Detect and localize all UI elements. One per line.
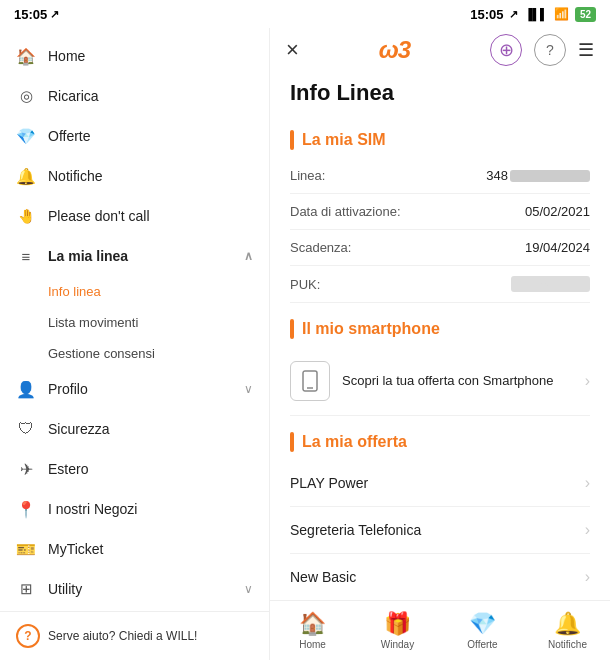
signal-icon: ▐▌▌: [524, 8, 547, 20]
info-row-puk: PUK: ••••••••: [290, 266, 590, 303]
bottom-home-label: Home: [299, 639, 326, 650]
ricarica-icon: ◎: [16, 86, 36, 106]
sub-label-gestione-consensi: Gestione consensi: [48, 346, 155, 361]
chevron-down-utility-icon: ∨: [244, 582, 253, 596]
bottom-nav-notifiche[interactable]: 🔔 Notifiche: [525, 611, 610, 650]
help-text: Serve aiuto? Chiedi a WILL!: [48, 629, 197, 643]
battery-icon: 52: [575, 7, 596, 22]
offer-item-new-basic[interactable]: New Basic ›: [290, 554, 590, 600]
sidebar-item-la-mia-linea[interactable]: ≡ La mia linea ∧: [0, 236, 269, 276]
bottom-notifiche-icon: 🔔: [554, 611, 581, 637]
sidebar-label-myticket: MyTicket: [48, 541, 253, 557]
sidebar-item-home[interactable]: 🏠 Home: [0, 36, 269, 76]
notifiche-icon: 🔔: [16, 166, 36, 186]
location-icon-right: ↗: [509, 8, 518, 21]
nav-list: 🏠 Home ◎ Ricarica 💎 Offerte 🔔 Notifiche …: [0, 28, 269, 611]
sidebar-item-sicurezza[interactable]: 🛡 Sicurezza: [0, 409, 269, 449]
bottom-nav-home[interactable]: 🏠 Home: [270, 611, 355, 650]
offer-label-play-power: PLAY Power: [290, 475, 368, 491]
smartphone-card-text: Scopri la tua offerta con Smartphone: [342, 372, 554, 390]
myticket-icon: 🎫: [16, 539, 36, 559]
home-icon: 🏠: [16, 46, 36, 66]
bottom-home-icon: 🏠: [299, 611, 326, 637]
sidebar-item-please-dont-call[interactable]: 🤚 Please don't call: [0, 196, 269, 236]
smartphone-section-header: Il mio smartphone: [290, 319, 590, 339]
sub-label-lista-movimenti: Lista movimenti: [48, 315, 138, 330]
offer-chevron-play-power-icon: ›: [585, 474, 590, 492]
sidebar: 🏠 Home ◎ Ricarica 💎 Offerte 🔔 Notifiche …: [0, 0, 270, 660]
app-logo: ω3: [379, 36, 410, 64]
sidebar-item-negozi[interactable]: 📍 I nostri Negozi: [0, 489, 269, 529]
help-question-icon: ?: [16, 624, 40, 648]
bottom-offerte-label: Offerte: [467, 639, 497, 650]
sub-label-info-linea: Info linea: [48, 284, 101, 299]
sidebar-item-profilo[interactable]: 👤 Profilo ∨: [0, 369, 269, 409]
sidebar-item-offerte[interactable]: 💎 Offerte: [0, 116, 269, 156]
profilo-icon: 👤: [16, 379, 36, 399]
hamburger-menu-button[interactable]: ☰: [578, 39, 594, 61]
attivazione-value: 05/02/2021: [525, 204, 590, 219]
bottom-nav-offerte[interactable]: 💎 Offerte: [440, 611, 525, 650]
section-bar-smartphone: [290, 319, 294, 339]
offer-chevron-new-basic-icon: ›: [585, 568, 590, 586]
sidebar-label-profilo: Profilo: [48, 381, 232, 397]
sicurezza-icon: 🛡: [16, 419, 36, 439]
bottom-winday-label: Winday: [381, 639, 414, 650]
location-icon-left: ↗: [50, 8, 59, 21]
info-row-linea: Linea: 348————: [290, 158, 590, 194]
puk-label: PUK:: [290, 277, 320, 292]
chevron-up-icon: ∧: [244, 249, 253, 263]
sidebar-label-offerte: Offerte: [48, 128, 253, 144]
help-bar[interactable]: ? Serve aiuto? Chiedi a WILL!: [0, 611, 269, 660]
sidebar-label-home: Home: [48, 48, 253, 64]
smartphone-chevron-icon: ›: [585, 372, 590, 390]
account-icon-button[interactable]: ⊕: [490, 34, 522, 66]
scadenza-label: Scadenza:: [290, 240, 351, 255]
sidebar-label-utility: Utility: [48, 581, 232, 597]
sidebar-label-notifiche: Notifiche: [48, 168, 253, 184]
smartphone-card[interactable]: Scopri la tua offerta con Smartphone ›: [290, 347, 590, 416]
sidebar-item-notifiche[interactable]: 🔔 Notifiche: [0, 156, 269, 196]
bottom-nav: 🏠 Home 🎁 Winday 💎 Offerte 🔔 Notifiche: [270, 600, 610, 660]
offerte-icon: 💎: [16, 126, 36, 146]
chevron-down-profilo-icon: ∨: [244, 382, 253, 396]
offer-label-new-basic: New Basic: [290, 569, 356, 585]
sidebar-label-la-mia-linea: La mia linea: [48, 248, 232, 264]
sidebar-item-ricarica[interactable]: ◎ Ricarica: [0, 76, 269, 116]
utility-icon: ⊞: [16, 579, 36, 599]
bottom-nav-winday[interactable]: 🎁 Winday: [355, 611, 440, 650]
sidebar-sub-gestione-consensi[interactable]: Gestione consensi: [0, 338, 269, 369]
wifi-icon: 📶: [554, 7, 569, 21]
estero-icon: ✈: [16, 459, 36, 479]
please-dont-call-icon: 🤚: [16, 206, 36, 226]
section-bar-sim: [290, 130, 294, 150]
sidebar-label-sicurezza: Sicurezza: [48, 421, 253, 437]
offerta-section-header: La mia offerta: [290, 432, 590, 452]
time-left: 15:05: [14, 7, 47, 22]
sidebar-item-estero[interactable]: ✈ Estero: [0, 449, 269, 489]
sidebar-item-utility[interactable]: ⊞ Utility ∨: [0, 569, 269, 609]
sidebar-label-estero: Estero: [48, 461, 253, 477]
offer-item-segreteria[interactable]: Segreteria Telefonica ›: [290, 507, 590, 554]
time-right: 15:05: [470, 7, 503, 22]
sim-section-title: La mia SIM: [302, 131, 386, 149]
content-area: La mia SIM Linea: 348———— Data di attiva…: [270, 118, 610, 600]
puk-value-blurred: ••••••••: [511, 276, 590, 292]
offerta-section-title: La mia offerta: [302, 433, 407, 451]
section-bar-offerta: [290, 432, 294, 452]
sidebar-sub-lista-movimenti[interactable]: Lista movimenti: [0, 307, 269, 338]
info-row-scadenza: Scadenza: 19/04/2024: [290, 230, 590, 266]
offer-chevron-segreteria-icon: ›: [585, 521, 590, 539]
smartphone-section-title: Il mio smartphone: [302, 320, 440, 338]
close-button[interactable]: ×: [286, 37, 299, 63]
sidebar-item-myticket[interactable]: 🎫 MyTicket: [0, 529, 269, 569]
offer-item-play-power[interactable]: PLAY Power ›: [290, 460, 590, 507]
attivazione-label: Data di attivazione:: [290, 204, 401, 219]
sidebar-label-ricarica: Ricarica: [48, 88, 253, 104]
help-circle-button[interactable]: ?: [534, 34, 566, 66]
sidebar-label-please-dont-call: Please don't call: [48, 208, 253, 224]
sidebar-sub-info-linea[interactable]: Info linea: [0, 276, 269, 307]
offer-label-segreteria: Segreteria Telefonica: [290, 522, 421, 538]
la-mia-linea-icon: ≡: [16, 246, 36, 266]
top-bar: × ω3 ⊕ ? ☰: [270, 28, 610, 72]
